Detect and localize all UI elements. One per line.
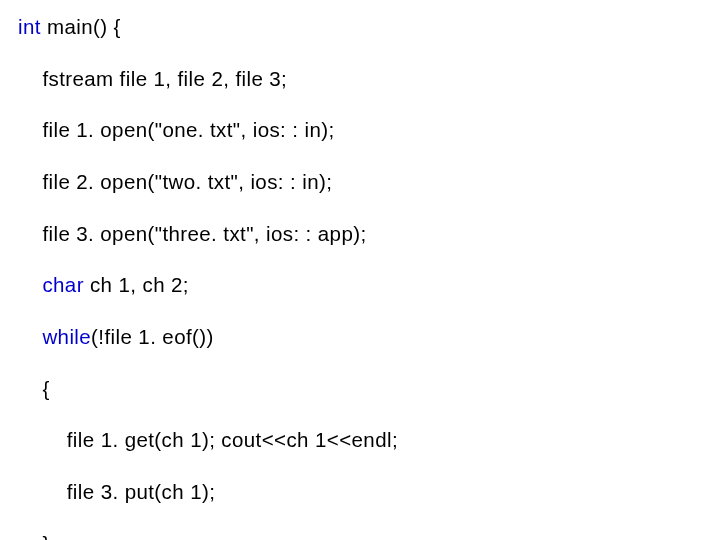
keyword-while: while: [42, 325, 91, 348]
indent: [18, 273, 42, 296]
code-line-11: }: [18, 531, 702, 540]
code-line-6: char ch 1, ch 2;: [18, 272, 702, 298]
code-line-5: file 3. open("three. txt", ios: : app);: [18, 221, 702, 247]
code-text: main() {: [41, 15, 121, 38]
code-text: ch 1, ch 2;: [84, 273, 189, 296]
code-text: (!file 1. eof()): [91, 325, 214, 348]
code-line-9: file 1. get(ch 1); cout<<ch 1<<endl;: [18, 427, 702, 453]
code-line-7: while(!file 1. eof()): [18, 324, 702, 350]
indent: [18, 325, 42, 348]
keyword-int: int: [18, 15, 41, 38]
code-line-8: {: [18, 376, 702, 402]
code-line-10: file 3. put(ch 1);: [18, 479, 702, 505]
code-line-3: file 1. open("one. txt", ios: : in);: [18, 117, 702, 143]
keyword-char: char: [42, 273, 83, 296]
code-line-1: int main() {: [18, 14, 702, 40]
code-line-2: fstream file 1, file 2, file 3;: [18, 66, 702, 92]
code-line-4: file 2. open("two. txt", ios: : in);: [18, 169, 702, 195]
code-block: int main() { fstream file 1, file 2, fil…: [18, 14, 702, 540]
